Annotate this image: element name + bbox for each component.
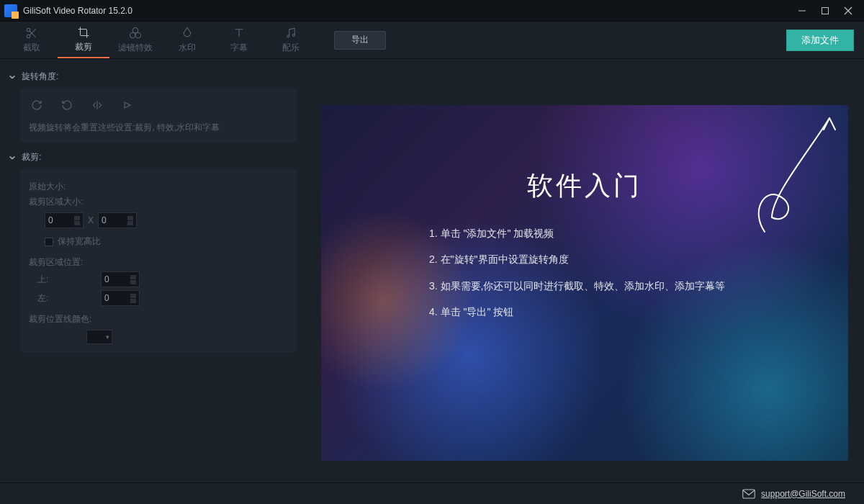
rotate-cw-button[interactable] [29, 97, 45, 113]
rotation-panel: 视频旋转将会重置这些设置:裁剪, 特效,水印和字幕 [20, 89, 297, 143]
svg-rect-16 [743, 490, 755, 498]
chevron-down-icon [9, 73, 16, 81]
svg-rect-1 [822, 7, 829, 14]
tab-label: 配乐 [282, 42, 300, 54]
tab-music[interactable]: 配乐 [265, 22, 317, 58]
tab-watermark[interactable]: 水印 [161, 22, 213, 58]
filter-icon [129, 27, 142, 40]
add-file-button[interactable]: 添加文件 [786, 30, 854, 51]
app-title: GiliSoft Video Rotator 15.2.0 [23, 6, 132, 16]
footer: support@GiliSoft.com [0, 482, 864, 504]
tab-label: 字幕 [230, 42, 248, 54]
scissors-icon [25, 27, 38, 40]
minimize-button[interactable] [791, 1, 814, 21]
preview-area: 软件入门 1. 单击 "添加文件" 加载视频 2. 在"旋转"界面中设置旋转角度… [305, 59, 864, 482]
titlebar: GiliSoft Video Rotator 15.2.0 [0, 0, 864, 22]
flip-horizontal-button[interactable] [89, 97, 105, 113]
onboarding-steps: 1. 单击 "添加文件" 加载视频 2. 在"旋转"界面中设置旋转角度 3. 如… [429, 220, 725, 325]
svg-point-14 [292, 34, 294, 36]
svg-point-13 [287, 35, 289, 37]
crop-pos-label: 裁剪区域位置: [29, 256, 288, 269]
preview-title: 软件入门 [321, 168, 848, 204]
toolbar: 截取 裁剪 滤镜特效 水印 字幕 配乐 导出 添加文件 [0, 22, 864, 59]
step-4: 4. 单击 "导出" 按钮 [429, 299, 725, 325]
step-1: 1. 单击 "添加文件" 加载视频 [429, 220, 725, 246]
tab-label: 截取 [23, 42, 40, 54]
support-link[interactable]: support@GiliSoft.com [761, 489, 845, 499]
line-color-label: 裁剪位置线颜色: [29, 313, 288, 325]
crop-left-input[interactable]: 0 [101, 290, 140, 306]
chevron-down-icon [9, 154, 16, 161]
section-crop-title: 裁剪: [22, 151, 41, 163]
crop-top-input[interactable]: 0 [101, 271, 140, 287]
keep-ratio-label: 保持宽高比 [58, 235, 101, 248]
section-rotation-header[interactable]: 旋转角度: [9, 71, 295, 83]
top-label: 上: [35, 274, 96, 286]
crop-height-input[interactable]: 0 [98, 212, 137, 228]
droplet-icon [181, 27, 194, 40]
svg-point-5 [27, 35, 30, 38]
tab-label: 裁剪 [75, 41, 92, 53]
crop-width-input[interactable]: 0 [45, 212, 84, 228]
flip-vertical-button[interactable] [120, 97, 135, 113]
export-button[interactable]: 导出 [334, 31, 386, 50]
rotate-ccw-button[interactable] [59, 97, 75, 113]
section-rotation-title: 旋转角度: [22, 71, 58, 83]
orig-size-label: 原始大小: [29, 181, 288, 193]
svg-point-8 [132, 27, 138, 33]
tab-crop[interactable]: 裁剪 [58, 22, 109, 58]
text-icon [233, 27, 246, 40]
svg-point-10 [135, 32, 141, 38]
app-icon [4, 4, 17, 17]
rotation-hint: 视频旋转将会重置这些设置:裁剪, 特效,水印和字幕 [29, 122, 288, 134]
close-button[interactable] [837, 1, 860, 21]
svg-point-9 [130, 32, 136, 38]
tab-subtitle[interactable]: 字幕 [213, 22, 265, 58]
svg-point-4 [27, 28, 30, 32]
step-3: 3. 如果需要,你还可以同时进行截取、特效、添加水印、添加字幕等 [429, 273, 725, 299]
step-2: 2. 在"旋转"界面中设置旋转角度 [429, 246, 725, 272]
tab-filter[interactable]: 滤镜特效 [109, 22, 161, 58]
keep-ratio-checkbox[interactable] [45, 238, 53, 246]
music-icon [284, 27, 297, 40]
tab-label: 滤镜特效 [118, 42, 153, 54]
preview-canvas: 软件入门 1. 单击 "添加文件" 加载视频 2. 在"旋转"界面中设置旋转角度… [321, 105, 848, 461]
crop-size-label: 裁剪区域大小: [29, 196, 288, 208]
tab-label: 水印 [179, 42, 196, 54]
multiply-separator: X [88, 215, 94, 225]
settings-sidebar: 旋转角度: 视频旋转将会重置这些设置:裁剪, 特效,水印和字幕 裁剪: 原始大小… [0, 59, 305, 482]
maximize-button[interactable] [814, 1, 837, 21]
crop-panel: 原始大小: 裁剪区域大小: 0 X 0 保持宽高比 裁剪区域位置: 上: 0 左… [20, 169, 297, 353]
svg-marker-15 [125, 102, 130, 108]
left-label: 左: [35, 292, 96, 305]
line-color-picker[interactable] [86, 330, 112, 344]
section-crop-header[interactable]: 裁剪: [9, 151, 295, 163]
tab-cut[interactable]: 截取 [6, 22, 58, 58]
mail-icon [742, 489, 755, 499]
crop-icon [77, 26, 90, 39]
